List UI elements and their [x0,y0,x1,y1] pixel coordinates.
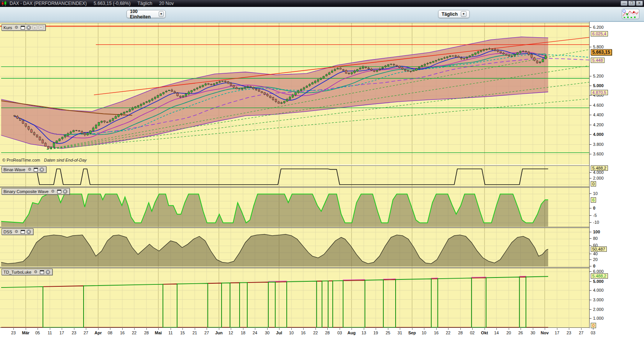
titlebar-period: Täglich [137,1,152,6]
binar-wave-panel[interactable] [0,165,589,187]
units-dropdown-value: 100 Einheiten [130,9,156,20]
dss-panel[interactable] [0,228,589,268]
date-tick [485,328,485,330]
axis-tick-label: 5.000 [593,83,604,88]
date-label: 17 [555,330,559,335]
axis-tick-label: -10 [593,220,599,225]
date-tick [352,328,352,330]
composite-wave-header: Binary Composite Wave ⚙ ✕ [2,188,70,195]
date-tick [424,328,424,330]
wrench-icon[interactable]: ⚙ [14,229,19,234]
date-tick [13,328,14,330]
date-label: 22 [313,330,318,335]
close-icon[interactable]: ✕ [39,167,44,172]
axis-tick [590,47,591,47]
date-tick [98,328,99,330]
axis-tick-label: 4.200 [593,122,604,127]
minimize-button[interactable]: — [621,1,628,6]
axis-tick [590,281,591,282]
date-label: 22 [446,330,450,335]
axis-tick [590,238,591,239]
axis-tick [590,309,591,310]
window-icon[interactable] [21,230,25,234]
date-tick [545,328,545,330]
date-tick [400,328,400,330]
axis-tick-label: 80 [593,236,598,241]
date-label: 12 [228,330,233,335]
axis-tick-label: 100 [593,230,600,234]
date-label: 05 [35,330,40,335]
window-controls: — ❐ ✕ [621,1,643,6]
axis-tick [590,222,591,223]
axis-tick [590,105,591,106]
date-tick [243,328,243,330]
date-label: Aug [347,330,355,335]
wrench-icon[interactable]: ⚙ [27,167,32,172]
close-icon[interactable]: ✕ [26,230,31,234]
move-down-icon[interactable]: ▼ [39,25,43,30]
date-tick [581,328,582,330]
axis-tick [590,178,591,178]
td-turboluke-panel[interactable] [0,268,589,328]
binary-composite-wave-panel[interactable] [0,187,589,227]
binar-wave-title: Binar-Wave [3,167,25,172]
date-label: 17 [59,330,64,335]
wrench-icon[interactable]: ⚙ [33,269,38,274]
candlestick-app-icon [1,1,7,6]
window-icon[interactable] [40,270,44,274]
close-icon[interactable]: ✕ [46,270,50,274]
window-icon[interactable] [57,190,61,193]
wrench-icon[interactable]: ⚙ [14,25,19,30]
axis-tick [590,144,591,145]
date-label: 25 [386,330,390,335]
date-label: 03 [337,330,342,335]
date-tick [158,328,159,330]
units-dropdown[interactable]: 100 Einheiten ▼ [127,10,166,18]
price-panel[interactable]: © ProRealTime.comDaten sind End-of-Day [0,23,589,164]
chevron-down-icon[interactable]: ▼ [461,11,467,17]
date-label: 11 [48,330,52,335]
maximize-button[interactable]: ❐ [628,1,635,6]
axis-tick [590,215,591,216]
close-icon[interactable]: ✕ [26,25,31,30]
axis-tick [590,300,591,300]
axis-tick-label: 20 [593,257,598,262]
period-dropdown[interactable]: Täglich ▼ [438,10,470,18]
close-button[interactable]: ✕ [636,1,643,6]
axis-tick [590,232,591,232]
window-icon[interactable] [21,26,25,30]
chevron-down-icon[interactable]: ▼ [159,11,164,17]
axis-tick-label: 4.000 [593,288,604,292]
date-tick [340,328,340,330]
date-label: 08 [108,330,112,335]
date-label: 03 [591,330,595,335]
window-icon[interactable] [34,168,38,172]
date-label: 16 [434,330,439,335]
window-title: DAX - DAX (PERFORMANCEINDEX) [10,1,87,6]
axis-tick [590,76,591,76]
axis-tick-label: 5.800 [593,45,604,49]
date-tick [460,328,461,330]
chart-type-button[interactable] [622,9,639,19]
axis-tick-label: 40 [593,251,598,256]
date-tick [509,328,509,330]
date-label: 23 [72,330,76,335]
date-tick [207,328,207,330]
date-label: 24 [253,330,257,335]
titlebar-date: 20 Nov [159,1,174,6]
date-tick [569,328,569,330]
price-axis[interactable]: 6.2005.8005.2005.0004.8004.6004.4004.200… [589,22,644,337]
date-axis[interactable]: 23Mär0511172327Apr08162228Mai11152127Jun… [0,328,644,337]
composite-wave-title: Binary Composite Wave [3,189,49,194]
close-icon[interactable]: ✕ [63,189,67,194]
current-value-box: 5.663,15 [591,49,612,55]
date-tick [134,328,135,330]
chart-workspace: © ProRealTime.comDaten sind End-of-Day K… [0,21,644,337]
move-up-icon[interactable]: ▲ [33,25,37,30]
date-tick [255,328,255,330]
date-tick [303,328,304,330]
date-label: 28 [458,330,463,335]
axis-tick-label: 0 [593,206,595,210]
axis-tick-label: 4.400 [593,112,604,117]
wrench-icon[interactable]: ⚙ [50,189,56,194]
